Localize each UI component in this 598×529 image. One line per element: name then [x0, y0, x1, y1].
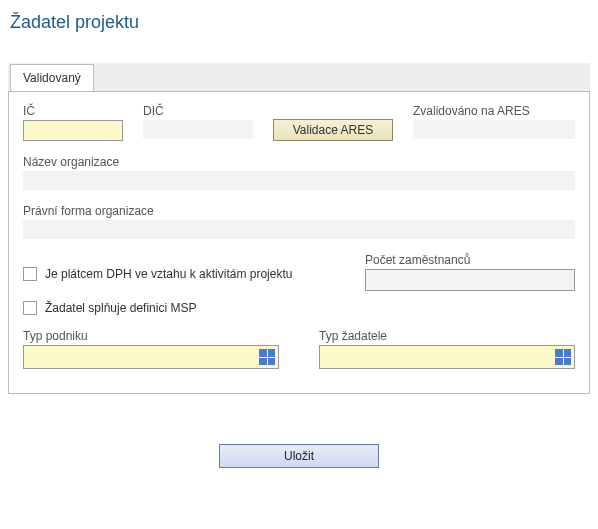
ic-label: IČ: [23, 104, 123, 118]
employees-value: [365, 269, 575, 291]
company-type-picker[interactable]: [23, 345, 279, 369]
ic-input[interactable]: [23, 120, 123, 141]
legal-form-label: Právní forma organizace: [23, 204, 575, 218]
msp-checkbox[interactable]: [23, 301, 37, 315]
validated-ares-value: [413, 120, 575, 139]
applicant-type-label: Typ žadatele: [319, 329, 575, 343]
vat-payer-label: Je plátcem DPH ve vztahu k aktivitám pro…: [45, 267, 292, 281]
action-bar: Uložit: [8, 444, 590, 468]
page-title: Žadatel projektu: [10, 12, 590, 33]
tab-bar: Validovaný: [8, 63, 590, 91]
org-name-value: [23, 171, 575, 190]
legal-form-value: [23, 220, 575, 239]
validate-ares-button[interactable]: Validace ARES: [273, 119, 393, 141]
org-name-label: Název organizace: [23, 155, 575, 169]
grid-picker-icon[interactable]: [259, 349, 275, 365]
dic-label: DIČ: [143, 104, 253, 118]
vat-payer-checkbox[interactable]: [23, 267, 37, 281]
validated-ares-label: Zvalidováno na ARES: [413, 104, 575, 118]
form-panel: IČ DIČ Validace ARES Zvalidováno na ARES…: [8, 91, 590, 394]
dic-value: [143, 120, 253, 139]
msp-label: Žadatel splňuje definici MSP: [45, 301, 196, 315]
grid-picker-icon[interactable]: [555, 349, 571, 365]
save-button[interactable]: Uložit: [219, 444, 379, 468]
tab-validated[interactable]: Validovaný: [10, 64, 94, 91]
company-type-label: Typ podniku: [23, 329, 279, 343]
employees-label: Počet zaměstnanců: [365, 253, 575, 267]
applicant-type-picker[interactable]: [319, 345, 575, 369]
